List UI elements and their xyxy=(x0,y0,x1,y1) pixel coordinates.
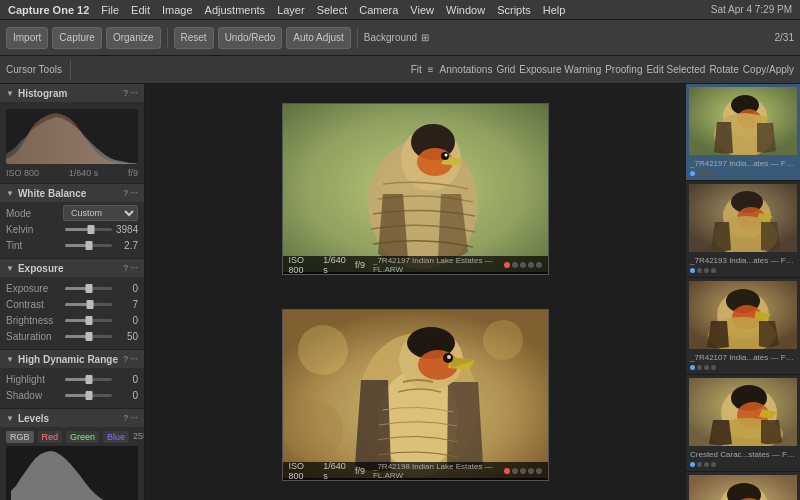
menu-help[interactable]: Help xyxy=(543,4,566,16)
levels-header[interactable]: ▼ Levels ? ··· xyxy=(0,409,144,427)
proofing-label[interactable]: Proofing xyxy=(605,64,642,75)
photo-top-dots xyxy=(504,262,542,268)
wb-mode-row: Mode Custom xyxy=(6,206,138,220)
thumb-image-5 xyxy=(689,475,797,500)
hdr-header[interactable]: ▼ High Dynamic Range ? ··· xyxy=(0,350,144,368)
fit-label: Fit xyxy=(411,64,422,75)
toolbar2-right: Annotations Grid Exposure Warning Proofi… xyxy=(440,64,794,75)
background-selector: Background ⊞ xyxy=(364,32,429,43)
reset-button[interactable]: Reset xyxy=(174,27,214,49)
right-panel: _7R42197 India...ates — FL.ARW xyxy=(685,84,800,500)
histogram-header[interactable]: ▼ Histogram ? ··· xyxy=(0,84,144,102)
undoredo-button[interactable]: Undo/Redo xyxy=(218,27,283,49)
saturation-slider[interactable] xyxy=(65,335,112,338)
menu-view[interactable]: View xyxy=(410,4,434,16)
shadow-slider[interactable] xyxy=(65,394,112,397)
background-icon[interactable]: ⊞ xyxy=(421,32,429,43)
menu-camera[interactable]: Camera xyxy=(359,4,398,16)
histogram-content: ISO 800 1/640 s f/9 xyxy=(0,102,144,183)
photo-top-filename: _7R42197 Indian Lake Estates — FL.ARW xyxy=(373,256,496,274)
photo-top-iso: ISO 800 xyxy=(289,255,316,275)
thumb-dot-4a xyxy=(690,462,695,467)
menu-file[interactable]: File xyxy=(101,4,119,16)
menu-bar: Capture One 12 File Edit Image Adjustmen… xyxy=(0,0,800,20)
highlight-value: 0 xyxy=(116,374,138,385)
thumbnail-4[interactable]: Crested Carac...states — FL.1sf xyxy=(686,375,800,472)
menu-scripts[interactable]: Scripts xyxy=(497,4,531,16)
edit-selected-label[interactable]: Edit Selected xyxy=(646,64,705,75)
photo-top-shutter: 1/640 s xyxy=(323,255,347,275)
wb-kelvin-slider[interactable] xyxy=(65,228,112,231)
wb-mode-select[interactable]: Custom xyxy=(63,205,138,221)
thumb-image-3 xyxy=(689,281,797,349)
wb-tint-slider[interactable] xyxy=(65,244,112,247)
photo-top-container: ISO 800 1/640 s f/9 _7R42197 Indian Lake… xyxy=(149,88,681,290)
organize-button[interactable]: Organize xyxy=(106,27,161,49)
contrast-slider[interactable] xyxy=(65,303,112,306)
thumbnail-1[interactable]: _7R42197 India...ates — FL.ARW xyxy=(686,84,800,181)
menu-select[interactable]: Select xyxy=(317,4,348,16)
autoadjust-button[interactable]: Auto Adjust xyxy=(286,27,351,49)
menu-window[interactable]: Window xyxy=(446,4,485,16)
menu-layer[interactable]: Layer xyxy=(277,4,305,16)
histogram-icons: ? ··· xyxy=(123,88,138,98)
thumbnail-2[interactable]: _7R42193 India...ates — FL.ARW xyxy=(686,181,800,278)
shadow-label: Shadow xyxy=(6,390,61,401)
highlight-slider[interactable] xyxy=(65,378,112,381)
thumb-dot-2c xyxy=(704,268,709,273)
dot-b3 xyxy=(520,468,526,474)
exposure-warning-label[interactable]: Exposure Warning xyxy=(519,64,601,75)
levels-more-icon[interactable]: ··· xyxy=(130,413,138,423)
center-panel: ISO 800 1/640 s f/9 _7R42197 Indian Lake… xyxy=(145,84,685,500)
exposure-value: 0 xyxy=(116,283,138,294)
white-balance-header[interactable]: ▼ White Balance ? ··· xyxy=(0,184,144,202)
levels-tab-rgb[interactable]: RGB xyxy=(6,431,34,443)
levels-title: Levels xyxy=(18,413,49,424)
thumb-dot-1a xyxy=(690,171,695,176)
import-button[interactable]: Import xyxy=(6,27,48,49)
highlight-row: Highlight 0 xyxy=(6,372,138,386)
wb-more-icon[interactable]: ··· xyxy=(130,188,138,198)
grid-label[interactable]: Grid xyxy=(496,64,515,75)
exposure-header[interactable]: ▼ Exposure ? ··· xyxy=(0,259,144,277)
photo-bottom-frame[interactable]: ISO 800 1/640 s f/9 _7R42198 Indian Lake… xyxy=(282,309,549,481)
exposure-row: Exposure 0 xyxy=(6,281,138,295)
wb-title: White Balance xyxy=(18,188,86,199)
brightness-value: 0 xyxy=(116,315,138,326)
annotations-label[interactable]: Annotations xyxy=(440,64,493,75)
menu-clock: Sat Apr 4 7:29 PM xyxy=(711,4,792,15)
levels-tabs: RGB Red Green Blue 255 xyxy=(6,431,138,443)
levels-tab-green[interactable]: Green xyxy=(66,431,99,443)
saturation-label: Saturation xyxy=(6,331,61,342)
wb-content: Mode Custom Kelvin 3984 Tint xyxy=(0,202,144,258)
thumb-dot-1d xyxy=(711,171,716,176)
histogram-section: ▼ Histogram ? ··· xyxy=(0,84,144,184)
menu-image[interactable]: Image xyxy=(162,4,193,16)
histogram-graph xyxy=(6,109,138,164)
photo-top-frame[interactable]: ISO 800 1/640 s f/9 _7R42197 Indian Lake… xyxy=(282,103,549,275)
menu-edit[interactable]: Edit xyxy=(131,4,150,16)
photo-bottom-image xyxy=(283,310,548,478)
thumb-dot-4b xyxy=(697,462,702,467)
thumbnail-5[interactable]: _7R42198 India...ates — FL.ARW xyxy=(686,472,800,500)
rotate-label[interactable]: Rotate xyxy=(709,64,738,75)
hdr-more-icon[interactable]: ··· xyxy=(130,354,138,364)
thumbnail-3[interactable]: _7R42107 India...ates — FL.ARW xyxy=(686,278,800,375)
left-panel: ▼ Histogram ? ··· xyxy=(0,84,145,500)
copy-apply-label[interactable]: Copy/Apply xyxy=(743,64,794,75)
exposure-more-icon[interactable]: ··· xyxy=(130,263,138,273)
exposure-slider[interactable] xyxy=(65,287,112,290)
menu-adjustments[interactable]: Adjustments xyxy=(205,4,266,16)
white-balance-section: ▼ White Balance ? ··· Mode Custom Kelvin xyxy=(0,184,144,259)
capture-button[interactable]: Capture xyxy=(52,27,102,49)
toolbar-separator xyxy=(167,28,168,48)
histogram-more-icon[interactable]: ··· xyxy=(130,88,138,98)
menu-app[interactable]: Capture One 12 xyxy=(8,4,89,16)
levels-tab-red[interactable]: Red xyxy=(38,431,63,443)
shadow-value: 0 xyxy=(116,390,138,401)
wb-tint-label: Tint xyxy=(6,240,61,251)
dot3 xyxy=(520,262,526,268)
wb-triangle: ▼ xyxy=(6,189,14,198)
levels-tab-blue[interactable]: Blue xyxy=(103,431,129,443)
brightness-slider[interactable] xyxy=(65,319,112,322)
